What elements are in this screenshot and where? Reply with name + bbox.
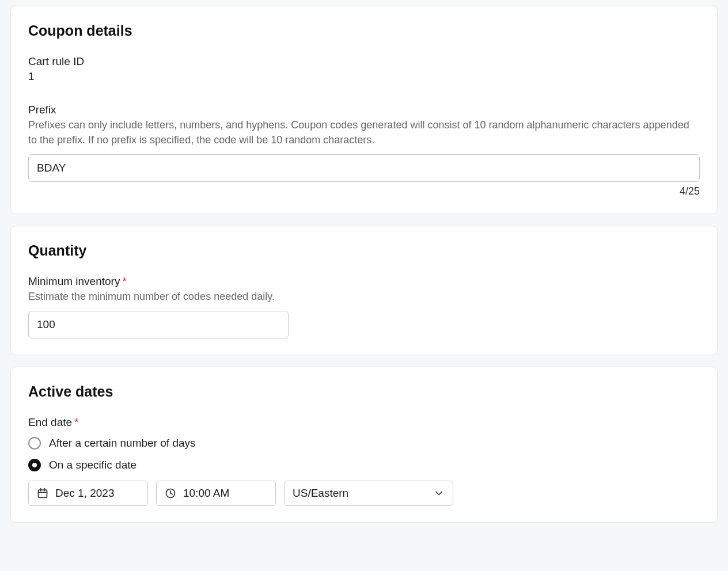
prefix-counter: 4/25 — [28, 185, 700, 197]
required-asterisk-icon: * — [122, 275, 126, 287]
radio-icon — [28, 437, 41, 450]
min-inventory-label-text: Minimum inventory — [28, 275, 120, 287]
coupon-details-title: Coupon details — [28, 22, 700, 39]
radio-specific-date[interactable]: On a specific date — [28, 459, 700, 471]
svg-rect-0 — [39, 490, 47, 497]
active-dates-title: Active dates — [28, 383, 700, 400]
datetime-controls: Dec 1, 2023 10:00 AM US/Eastern — [28, 481, 700, 506]
radio-after-days[interactable]: After a certain number of days — [28, 437, 700, 450]
timezone-value: US/Eastern — [293, 487, 348, 500]
min-inventory-input[interactable] — [28, 311, 289, 338]
prefix-input[interactable] — [28, 154, 700, 182]
end-date-input[interactable]: Dec 1, 2023 — [28, 481, 148, 506]
prefix-block: Prefix Prefixes can only include letters… — [28, 104, 700, 197]
cart-rule-id-value: 1 — [28, 70, 700, 83]
radio-specific-date-label: On a specific date — [49, 459, 136, 471]
prefix-label: Prefix — [28, 104, 700, 116]
end-date-value: Dec 1, 2023 — [55, 487, 114, 500]
active-dates-card: Active dates End date* After a certain n… — [10, 367, 718, 523]
chevron-down-icon — [433, 488, 445, 499]
cart-rule-id-label: Cart rule ID — [28, 55, 700, 68]
calendar-icon — [37, 488, 48, 499]
coupon-details-card: Coupon details Cart rule ID 1 Prefix Pre… — [10, 6, 718, 214]
radio-after-days-label: After a certain number of days — [49, 437, 196, 450]
quantity-card: Quantity Minimum inventory* Estimate the… — [10, 226, 718, 355]
min-inventory-label: Minimum inventory* — [28, 275, 700, 288]
end-date-label: End date* — [28, 416, 700, 429]
timezone-select[interactable]: US/Eastern — [284, 481, 453, 506]
end-date-label-text: End date — [28, 416, 72, 428]
end-date-radio-group: After a certain number of days On a spec… — [28, 437, 700, 471]
prefix-help: Prefixes can only include letters, numbe… — [28, 117, 700, 147]
min-inventory-help: Estimate the minimum number of codes nee… — [28, 289, 700, 304]
cart-rule-id-block: Cart rule ID 1 — [28, 55, 700, 83]
required-asterisk-icon: * — [74, 416, 78, 428]
end-time-value: 10:00 AM — [183, 487, 229, 500]
radio-icon — [28, 459, 41, 471]
end-time-input[interactable]: 10:00 AM — [156, 481, 276, 506]
quantity-title: Quantity — [28, 242, 700, 259]
min-inventory-block: Minimum inventory* Estimate the minimum … — [28, 275, 700, 338]
clock-icon — [165, 488, 176, 499]
